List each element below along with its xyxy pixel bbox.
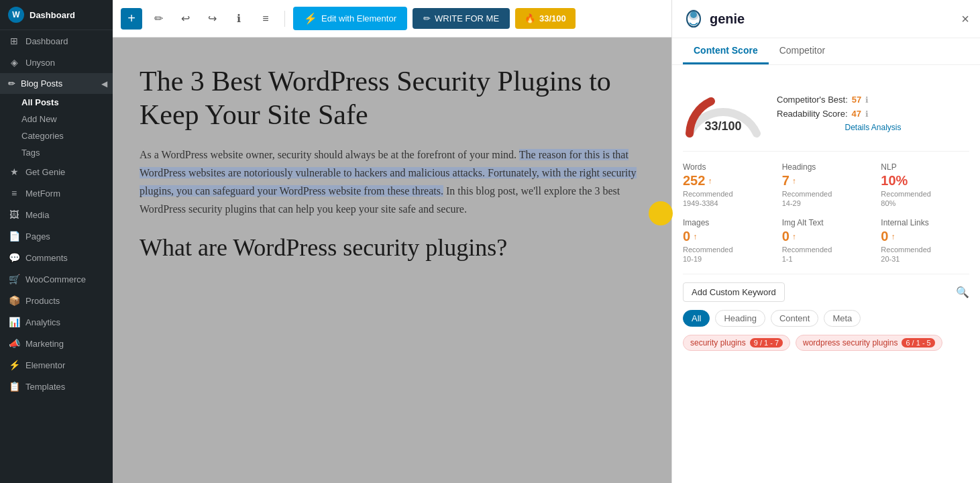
- sidebar-label-elementor: Elementor: [25, 360, 65, 370]
- undo-button[interactable]: ↩: [174, 8, 196, 30]
- body-plain: As a WordPress website owner, security s…: [140, 149, 516, 160]
- sidebar-item-analytics[interactable]: 📊 Analytics: [0, 311, 113, 333]
- internal-links-arrow: ↑: [891, 232, 895, 241]
- sidebar-item-marketing[interactable]: 📣 Marketing: [0, 333, 113, 354]
- post-subtitle: What are WordPress security plugins?: [140, 232, 645, 264]
- sidebar-item-pages[interactable]: 📄 Pages: [0, 225, 113, 247]
- search-icon: 🔍: [956, 286, 969, 298]
- nlp-rec-label: Recommended: [881, 190, 969, 198]
- metric-img-alt: Img Alt Text 0 ↑ Recommended 1-1: [782, 218, 871, 263]
- headings-rec-value: 14-29: [782, 199, 871, 207]
- sidebar-sub-tags[interactable]: Tags: [0, 144, 113, 161]
- dashboard-icon: ⊞: [8, 36, 20, 46]
- metric-words: Words 252 ↑ Recommended 1949-3384: [683, 162, 771, 207]
- nlp-label: NLP: [881, 162, 969, 172]
- sidebar-item-get-genie[interactable]: ★ Get Genie: [0, 161, 113, 182]
- edit-elementor-label: Edit with Elementor: [321, 13, 396, 23]
- metric-headings: Headings 7 ↑ Recommended 14-29: [782, 162, 871, 207]
- get-genie-icon: ★: [8, 166, 20, 177]
- sidebar-item-templates[interactable]: 📋 Templates: [0, 376, 113, 397]
- write-for-me-button[interactable]: ✏ WRITE FOR ME: [413, 8, 510, 29]
- words-rec-label: Recommended: [683, 190, 771, 198]
- img-alt-rec-value: 1-1: [782, 255, 871, 263]
- tab-competitor[interactable]: Competitor: [769, 38, 836, 64]
- sidebar-label-get-genie: Get Genie: [25, 167, 65, 177]
- images-rec-label: Recommended: [683, 246, 771, 254]
- sidebar-sub-add-new[interactable]: Add New: [0, 111, 113, 127]
- categories-label: Categories: [21, 131, 64, 141]
- comments-icon: 💬: [8, 252, 20, 263]
- competitors-best-value: 57: [852, 95, 861, 105]
- sidebar-label-products: Products: [25, 296, 60, 306]
- filter-tab-meta[interactable]: Meta: [824, 310, 861, 327]
- unyson-icon: ◈: [8, 57, 20, 68]
- blog-posts-icon: ✏: [8, 78, 15, 89]
- keyword-tag-security-plugins: security plugins 9 / 1 - 7: [683, 335, 790, 351]
- sidebar: W Dashboard ⊞ Dashboard ◈ Unyson ✏ Blog …: [0, 0, 113, 483]
- sidebar-item-unyson[interactable]: ◈ Unyson: [0, 52, 113, 73]
- sidebar-label-metform: MetForm: [25, 189, 60, 199]
- redo-button[interactable]: ↪: [201, 8, 223, 30]
- competitors-best-label: Competitor's Best:: [777, 95, 848, 105]
- menu-button[interactable]: ≡: [255, 8, 276, 30]
- images-arrow: ↑: [693, 232, 697, 241]
- sidebar-item-metform[interactable]: ≡ MetForm: [0, 182, 113, 204]
- score-gauge: 33/100: [683, 87, 763, 140]
- products-icon: 📦: [8, 295, 20, 306]
- sidebar-sub-all-posts[interactable]: All Posts: [0, 94, 113, 111]
- score-display: 33/100: [704, 119, 741, 133]
- images-value: 0 ↑: [683, 229, 771, 244]
- sidebar-item-comments[interactable]: 💬 Comments: [0, 247, 113, 268]
- score-button[interactable]: 🔥 33/100: [515, 8, 576, 29]
- internal-links-rec-label: Recommended: [881, 246, 969, 254]
- readability-info-icon[interactable]: ℹ: [865, 109, 869, 119]
- internal-links-label: Internal Links: [881, 218, 969, 227]
- yellow-hint-circle: [649, 201, 673, 225]
- sidebar-item-blog-posts[interactable]: ✏ Blog Posts ◀: [0, 73, 113, 94]
- keywords-section: Add Custom Keyword 🔍 All Heading Content…: [683, 274, 969, 359]
- sidebar-item-woocommerce[interactable]: 🛒 WooCommerce: [0, 268, 113, 290]
- toolbar-divider: [284, 11, 285, 27]
- readability-label: Readability Score:: [777, 109, 848, 119]
- sidebar-item-products[interactable]: 📦 Products: [0, 290, 113, 311]
- add-keyword-button[interactable]: Add Custom Keyword: [683, 282, 785, 302]
- sidebar-item-elementor[interactable]: ⚡ Elementor: [0, 354, 113, 376]
- sidebar-label-pages: Pages: [25, 231, 50, 241]
- details-analysis-link[interactable]: Details Analysis: [777, 123, 969, 132]
- pencil-icon: ✏: [154, 12, 163, 25]
- edit-elementor-button[interactable]: ⚡ Edit with Elementor: [293, 7, 407, 30]
- sidebar-label-media: Media: [25, 210, 49, 220]
- metrics-grid: Words 252 ↑ Recommended 1949-3384 Headin…: [683, 152, 969, 274]
- keyword-count-1: 6 / 1 - 5: [902, 338, 934, 347]
- filter-tabs: All Heading Content Meta: [683, 310, 969, 327]
- keyword-text-1: wordpress security plugins: [803, 338, 897, 347]
- filter-tab-all[interactable]: All: [683, 310, 710, 327]
- sidebar-header: W Dashboard: [0, 0, 113, 30]
- main-area: + ✏ ↩ ↪ ℹ ≡ ⚡ Edit with Elementor ✏ WRIT…: [113, 0, 671, 483]
- tab-content-score[interactable]: Content Score: [683, 38, 769, 64]
- keyword-text-0: security plugins: [690, 338, 746, 347]
- sidebar-item-dashboard[interactable]: ⊞ Dashboard: [0, 30, 113, 52]
- info-button[interactable]: ℹ: [228, 8, 250, 30]
- analytics-icon: 📊: [8, 317, 20, 327]
- metric-nlp: NLP 10% Recommended 80%: [881, 162, 969, 207]
- metric-internal-links: Internal Links 0 ↑ Recommended 20-31: [881, 218, 969, 263]
- add-block-button[interactable]: +: [121, 8, 142, 30]
- sidebar-item-media[interactable]: 🖼 Media: [0, 204, 113, 225]
- site-name: Dashboard: [30, 10, 75, 20]
- write-for-me-label: WRITE FOR ME: [435, 13, 499, 23]
- sidebar-label-dashboard: Dashboard: [25, 36, 68, 46]
- post-title: The 3 Best WordPress Security Plugins to…: [140, 64, 645, 132]
- keyword-search-button[interactable]: 🔍: [956, 286, 969, 299]
- pencil-button[interactable]: ✏: [148, 8, 169, 30]
- filter-tab-heading[interactable]: Heading: [715, 310, 765, 327]
- panel-close-button[interactable]: ×: [961, 11, 969, 27]
- undo-icon: ↩: [181, 12, 190, 25]
- internal-links-value: 0 ↑: [881, 229, 969, 244]
- editor-area: The 3 Best WordPress Security Plugins to…: [113, 38, 671, 483]
- panel-content: 33/100 Competitor's Best: 57 ℹ Readabili…: [672, 65, 980, 483]
- competitors-info-icon[interactable]: ℹ: [865, 95, 869, 105]
- filter-tab-content[interactable]: Content: [771, 310, 819, 327]
- score-label: 33/100: [539, 13, 566, 23]
- sidebar-sub-categories[interactable]: Categories: [0, 127, 113, 144]
